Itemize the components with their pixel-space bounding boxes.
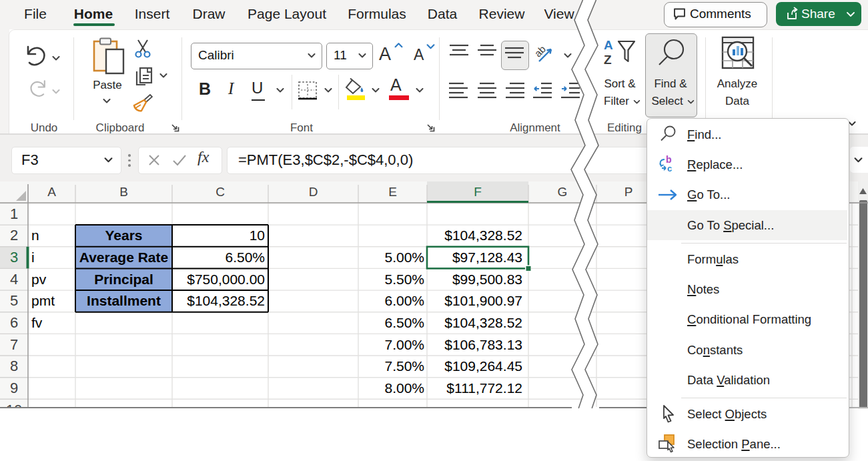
svg-text:c: c: [667, 163, 672, 173]
